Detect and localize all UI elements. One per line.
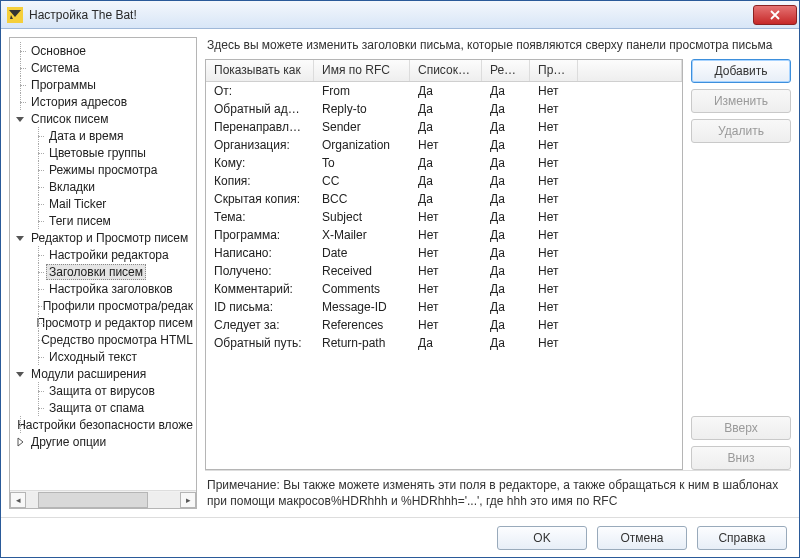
tree-item-label: Основное — [28, 43, 89, 59]
table-cell: Да — [410, 84, 482, 98]
table-row[interactable]: Тема:SubjectНетДаНет — [206, 208, 682, 226]
table-cell: Нет — [410, 246, 482, 260]
table-row[interactable]: Программа:X-MailerНетДаНет — [206, 226, 682, 244]
tree-item[interactable]: Вкладки — [32, 178, 196, 195]
table-cell: Да — [482, 282, 530, 296]
help-button[interactable]: Справка — [697, 526, 787, 550]
tree-connector — [32, 263, 46, 280]
table-cell: Да — [482, 138, 530, 152]
table-row[interactable]: Написано:DateНетДаНет — [206, 244, 682, 262]
ok-button[interactable]: OK — [497, 526, 587, 550]
table-cell: Да — [410, 120, 482, 134]
table-cell: Reply-to — [314, 102, 410, 116]
delete-button[interactable]: Удалить — [691, 119, 791, 143]
edit-button[interactable]: Изменить — [691, 89, 791, 113]
nav-tree-pane: ОсновноеСистемаПрограммыИстория адресовС… — [9, 37, 197, 509]
table-cell: Комментарий: — [206, 282, 314, 296]
move-up-button[interactable]: Вверх — [691, 416, 791, 440]
column-header[interactable]: Список а… — [410, 60, 482, 81]
expander-icon[interactable] — [14, 232, 26, 244]
table-row[interactable]: Кому:ToДаДаНет — [206, 154, 682, 172]
tree-item[interactable]: Исходный текст — [32, 348, 196, 365]
expander-icon[interactable] — [14, 113, 26, 125]
tree-item[interactable]: Список писем — [14, 110, 196, 127]
table-row[interactable]: Комментарий:CommentsНетДаНет — [206, 280, 682, 298]
tree-item[interactable]: Настройки редактора — [32, 246, 196, 263]
table-row[interactable]: ID письма:Message-IDНетДаНет — [206, 298, 682, 316]
tree-item[interactable]: Настройки безопасности вложе — [14, 416, 196, 433]
table-cell: Нет — [530, 174, 578, 188]
tree-item[interactable]: Система — [14, 59, 196, 76]
tree-item-label: Теги писем — [46, 213, 114, 229]
table-header[interactable]: Показывать какИмя по RFCСписок а…Ред…Пр… — [206, 60, 682, 82]
tree-item[interactable]: Цветовые группы — [32, 144, 196, 161]
table-cell: Sender — [314, 120, 410, 134]
tree-item[interactable]: Модули расширения — [14, 365, 196, 382]
nav-tree[interactable]: ОсновноеСистемаПрограммыИстория адресовС… — [10, 38, 196, 490]
tree-item[interactable]: Средство просмотра HTML — [32, 331, 196, 348]
scroll-track[interactable] — [26, 492, 180, 508]
page-description: Здесь вы можете изменить заголовки письм… — [205, 37, 791, 59]
tree-hscrollbar[interactable]: ◂ ▸ — [10, 490, 196, 508]
tree-item-label: Вкладки — [46, 179, 98, 195]
tree-connector — [32, 195, 46, 212]
table-cell: Нет — [410, 228, 482, 242]
column-header[interactable]: Ред… — [482, 60, 530, 81]
tree-item[interactable]: История адресов — [14, 93, 196, 110]
column-header[interactable]: Пр… — [530, 60, 578, 81]
table-row[interactable]: Обратный адр…Reply-toДаДаНет — [206, 100, 682, 118]
tree-item[interactable]: Заголовки писем — [32, 263, 196, 280]
tree-item[interactable]: Защита от вирусов — [32, 382, 196, 399]
table-row[interactable]: Копия:CCДаДаНет — [206, 172, 682, 190]
mid-area: Показывать какИмя по RFCСписок а…Ред…Пр…… — [205, 59, 791, 469]
add-button[interactable]: Добавить — [691, 59, 791, 83]
column-header[interactable]: Показывать как — [206, 60, 314, 81]
scroll-thumb[interactable] — [38, 492, 148, 508]
scroll-left-button[interactable]: ◂ — [10, 492, 26, 508]
tree-connector — [32, 212, 46, 229]
move-down-button[interactable]: Вниз — [691, 446, 791, 470]
table-cell: Нет — [530, 210, 578, 224]
table-row[interactable]: Обратный путь:Return-pathДаДаНет — [206, 334, 682, 352]
table-cell: Программа: — [206, 228, 314, 242]
tree-item[interactable]: Дата и время — [32, 127, 196, 144]
tree-item[interactable]: Защита от спама — [32, 399, 196, 416]
table-row[interactable]: Следует за:ReferencesНетДаНет — [206, 316, 682, 334]
tree-item[interactable]: Профили просмотра/редак — [32, 297, 196, 314]
table-row[interactable]: Получено:ReceivedНетДаНет — [206, 262, 682, 280]
tree-item[interactable]: Настройка заголовков — [32, 280, 196, 297]
expander-icon[interactable] — [14, 368, 26, 380]
tree-connector — [32, 297, 40, 314]
cancel-button[interactable]: Отмена — [597, 526, 687, 550]
table-row[interactable]: Организация:OrganizationНетДаНет — [206, 136, 682, 154]
dialog-footer: OK Отмена Справка — [1, 517, 799, 557]
close-button[interactable] — [753, 5, 797, 25]
tree-item[interactable]: Программы — [14, 76, 196, 93]
tree-item[interactable]: Другие опции — [14, 433, 196, 450]
tree-connector — [32, 280, 46, 297]
tree-item[interactable]: Основное — [14, 42, 196, 59]
tree-connector — [32, 161, 46, 178]
tree-item[interactable]: Просмотр и редактор писем — [32, 314, 196, 331]
scroll-right-button[interactable]: ▸ — [180, 492, 196, 508]
headers-table: Показывать какИмя по RFCСписок а…Ред…Пр…… — [205, 59, 683, 469]
table-cell: Нет — [410, 138, 482, 152]
tree-item[interactable]: Теги писем — [32, 212, 196, 229]
tree-item[interactable]: Режимы просмотра — [32, 161, 196, 178]
titlebar[interactable]: Настройка The Bat! — [1, 1, 799, 29]
table-cell: Нет — [410, 264, 482, 278]
tree-item[interactable]: Редактор и Просмотр писем — [14, 229, 196, 246]
expander-icon[interactable] — [14, 436, 26, 448]
table-cell: Нет — [410, 282, 482, 296]
tree-item[interactable]: Mail Ticker — [32, 195, 196, 212]
column-header[interactable]: Имя по RFC — [314, 60, 410, 81]
table-cell: Нет — [530, 120, 578, 134]
table-body[interactable]: От:FromДаДаНетОбратный адр…Reply-toДаДаН… — [206, 82, 682, 468]
table-cell: Organization — [314, 138, 410, 152]
table-row[interactable]: Скрытая копия:BCCДаДаНет — [206, 190, 682, 208]
table-row[interactable]: Перенаправле…SenderДаДаНет — [206, 118, 682, 136]
tree-connector — [32, 399, 46, 416]
table-cell: Да — [482, 246, 530, 260]
table-cell: BCC — [314, 192, 410, 206]
table-row[interactable]: От:FromДаДаНет — [206, 82, 682, 100]
